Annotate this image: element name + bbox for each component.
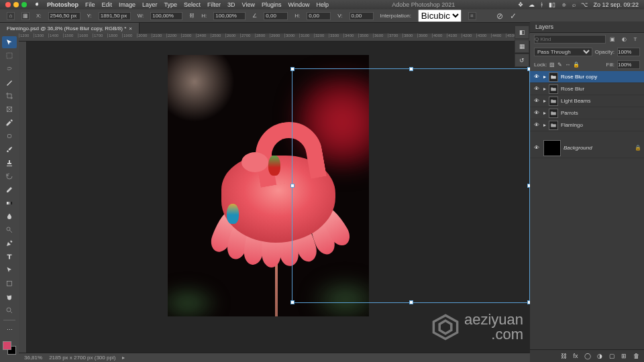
ruler-horizontal[interactable]: 1200130014001500160017001800190020002100… xyxy=(19,34,530,42)
visibility-icon[interactable]: 👁 xyxy=(533,98,541,104)
history-brush-tool[interactable] xyxy=(2,170,17,182)
y-field[interactable] xyxy=(99,12,131,20)
window-traffic-lights[interactable] xyxy=(5,2,27,7)
heal-tool[interactable] xyxy=(2,130,17,142)
lock-icon[interactable]: 🔒 xyxy=(635,145,641,151)
skew-v-field[interactable] xyxy=(350,12,374,20)
fill-field[interactable] xyxy=(617,60,640,69)
visibility-icon[interactable]: 👁 xyxy=(533,122,541,128)
dropbox-icon[interactable]: ❖ xyxy=(518,1,523,8)
layer-row[interactable]: 👁 ▸ Rose Blur xyxy=(530,83,644,95)
bluetooth-icon[interactable]: ᚼ xyxy=(540,1,543,8)
type-tool[interactable] xyxy=(2,251,17,263)
app-name[interactable]: Photoshop xyxy=(47,1,78,8)
chevron-right-icon[interactable]: ▸ xyxy=(543,110,546,116)
visibility-icon[interactable]: 👁 xyxy=(533,74,541,80)
canvas[interactable] xyxy=(27,42,530,353)
document-tab[interactable]: Flamingo.psd @ 36,8% (Rose Blur copy, RG… xyxy=(0,23,140,34)
lock-pos-icon[interactable]: ↔ xyxy=(565,62,570,68)
menu-view[interactable]: View xyxy=(242,1,255,8)
eraser-tool[interactable] xyxy=(2,184,17,196)
visibility-icon[interactable]: 👁 xyxy=(533,86,541,92)
skew-h-field[interactable] xyxy=(307,12,331,20)
new-layer-icon[interactable]: ⊞ xyxy=(620,352,628,360)
doc-info[interactable]: 2185 px x 2700 px (300 ppi) xyxy=(49,355,115,361)
chevron-right-icon[interactable]: ▸ xyxy=(122,355,125,361)
pen-tool[interactable] xyxy=(2,237,17,249)
lock-pixels-icon[interactable]: ✎ xyxy=(557,62,562,68)
delete-layer-icon[interactable]: 🗑 xyxy=(632,352,640,360)
zoom-tool[interactable] xyxy=(2,304,17,316)
edit-toolbar-icon[interactable]: ⋯ xyxy=(2,324,17,336)
close-tab-icon[interactable]: × xyxy=(129,25,132,32)
adjustment-icon[interactable]: ◑ xyxy=(596,352,604,360)
filter-type-icon[interactable]: T xyxy=(631,36,639,44)
wifi-icon[interactable]: ⨳ xyxy=(561,1,567,8)
menu-layer[interactable]: Layer xyxy=(142,1,158,8)
history-panel-icon[interactable]: ↺ xyxy=(515,54,529,67)
menu-plugins[interactable]: Plugins xyxy=(262,1,282,8)
layer-filter-input[interactable] xyxy=(534,35,606,44)
menu-help[interactable]: Help xyxy=(317,1,329,8)
opacity-field[interactable] xyxy=(617,48,640,56)
warp-icon[interactable]: ⌗ xyxy=(468,12,476,20)
layer-row-background[interactable]: 👁 Background 🔒 xyxy=(530,138,644,158)
chevron-right-icon[interactable]: ▸ xyxy=(543,98,546,104)
move-tool[interactable] xyxy=(2,36,17,48)
filter-pixel-icon[interactable]: ▣ xyxy=(608,36,616,44)
group-icon[interactable]: ▢ xyxy=(608,352,616,360)
filter-adjust-icon[interactable]: ◐ xyxy=(620,36,628,44)
color-swatches[interactable] xyxy=(3,341,16,355)
layer-row[interactable]: 👁 ▸ Light Beams xyxy=(530,95,644,107)
control-center-icon[interactable]: ⌥ xyxy=(581,1,588,8)
transform-icon[interactable]: ▦ xyxy=(21,12,30,20)
chevron-right-icon[interactable]: ▸ xyxy=(543,122,546,128)
angle-field[interactable] xyxy=(264,12,288,20)
frame-tool[interactable] xyxy=(2,103,17,115)
x-field[interactable] xyxy=(48,12,80,20)
swatches-panel-icon[interactable]: ▦ xyxy=(515,40,529,53)
menu-filter[interactable]: Filter xyxy=(207,1,221,8)
crop-tool[interactable] xyxy=(2,90,17,102)
commit-transform-icon[interactable]: ✓ xyxy=(510,11,517,21)
search-icon[interactable]: ⌕ xyxy=(572,1,576,8)
mask-icon[interactable]: ◯ xyxy=(584,352,592,360)
menu-select[interactable]: Select xyxy=(184,1,201,8)
h-field[interactable] xyxy=(213,12,246,20)
menu-image[interactable]: Image xyxy=(119,1,136,8)
fx-icon[interactable]: fx xyxy=(572,352,580,360)
zoom-level[interactable]: 36,81% xyxy=(24,355,42,361)
visibility-icon[interactable]: 👁 xyxy=(533,110,541,116)
clock[interactable]: Zo 12 sep. 09:22 xyxy=(593,1,639,8)
interp-select[interactable]: Bicubic xyxy=(418,9,462,22)
stamp-tool[interactable] xyxy=(2,157,17,169)
ruler-vertical[interactable] xyxy=(19,42,27,353)
menu-edit[interactable]: Edit xyxy=(102,1,113,8)
menu-type[interactable]: Type xyxy=(164,1,178,8)
battery-icon[interactable]: ▮▯ xyxy=(549,1,555,8)
color-panel-icon[interactable]: ◧ xyxy=(515,25,529,39)
path-select-tool[interactable] xyxy=(2,264,17,276)
layer-row[interactable]: 👁 ▸ Flamingo xyxy=(530,119,644,131)
blend-mode-select[interactable]: Pass Through xyxy=(534,48,592,56)
hand-tool[interactable] xyxy=(2,291,17,303)
layer-row[interactable]: 👁 ▸ Rose Blur copy xyxy=(530,71,644,83)
home-icon[interactable]: ⌂ xyxy=(7,12,15,20)
link-icon[interactable]: ⛓ xyxy=(189,13,195,19)
marquee-tool[interactable] xyxy=(2,50,17,62)
layer-row[interactable]: 👁 ▸ Parrots xyxy=(530,107,644,119)
gradient-tool[interactable] xyxy=(2,197,17,209)
chevron-right-icon[interactable]: ▸ xyxy=(543,86,546,92)
brush-tool[interactable] xyxy=(2,143,17,156)
cloud-icon[interactable]: ☁ xyxy=(529,1,535,8)
shape-tool[interactable] xyxy=(2,278,17,290)
apple-icon[interactable] xyxy=(34,1,40,9)
layers-tab[interactable]: Layers xyxy=(530,21,644,33)
link-layers-icon[interactable]: ⛓ xyxy=(559,352,568,360)
cancel-transform-icon[interactable]: ⊘ xyxy=(496,11,503,21)
eyedropper-tool[interactable] xyxy=(2,117,17,129)
menu-3d[interactable]: 3D xyxy=(227,1,235,8)
lock-all-icon[interactable]: 🔒 xyxy=(573,62,580,68)
wand-tool[interactable] xyxy=(2,76,17,88)
blur-tool[interactable] xyxy=(2,210,17,223)
